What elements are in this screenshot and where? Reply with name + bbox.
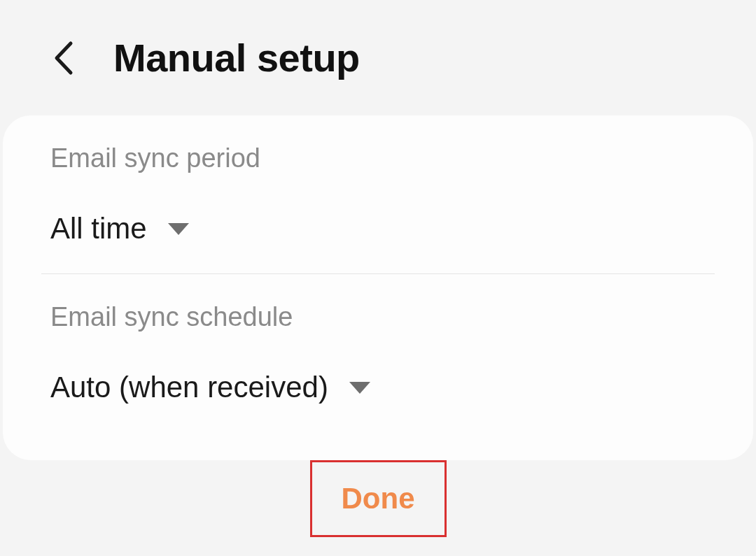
sync-period-dropdown[interactable]: All time: [50, 212, 706, 245]
sync-schedule-dropdown[interactable]: Auto (when received): [50, 371, 706, 404]
page-title: Manual setup: [113, 35, 360, 80]
sync-schedule-value: Auto (when received): [50, 371, 328, 404]
setting-sync-schedule: Email sync schedule Auto (when received): [3, 274, 753, 432]
setting-sync-period: Email sync period All time: [3, 143, 753, 273]
sync-period-value: All time: [50, 212, 147, 245]
chevron-down-icon: [168, 223, 189, 235]
sync-schedule-label: Email sync schedule: [50, 302, 706, 332]
settings-card: Email sync period All time Email sync sc…: [3, 115, 753, 460]
chevron-left-icon: [52, 41, 75, 76]
done-wrapper: Done: [0, 460, 756, 537]
back-button[interactable]: [52, 41, 75, 76]
done-button[interactable]: Done: [310, 460, 447, 537]
header-bar: Manual setup: [0, 0, 756, 115]
chevron-down-icon: [349, 382, 370, 394]
sync-period-label: Email sync period: [50, 143, 706, 173]
